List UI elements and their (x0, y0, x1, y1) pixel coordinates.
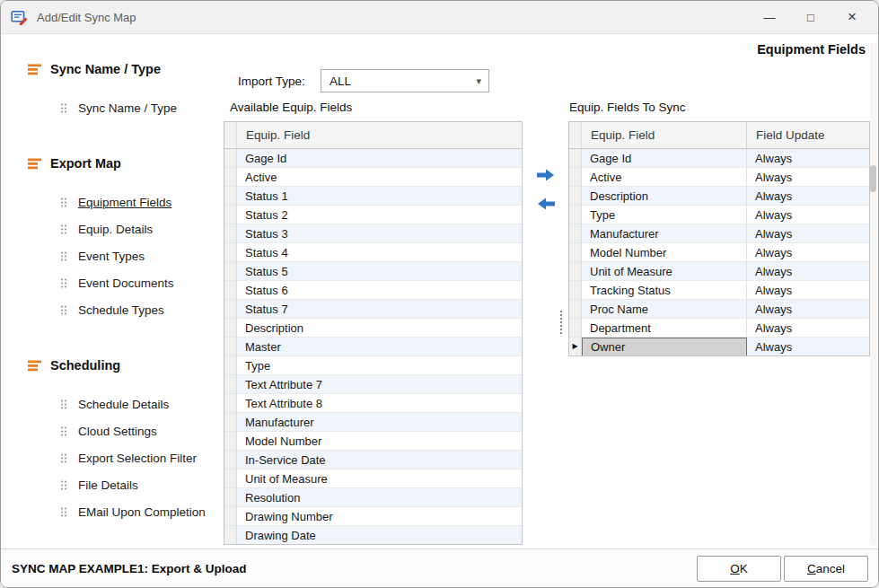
field-cell: Gage Id (237, 149, 522, 168)
field-cell: Gage Id (582, 149, 747, 168)
app-icon (11, 9, 29, 25)
field-cell: Description (237, 319, 522, 338)
row-marker-cell (224, 432, 237, 451)
row-marker-cell (224, 243, 237, 262)
ok-button[interactable]: OK (697, 556, 781, 582)
sidebar: Sync Name / Type Sync Name / Type Export… (1, 34, 224, 549)
sidebar-item[interactable]: EMail Upon Completion (60, 501, 224, 522)
sidebar-item[interactable]: Schedule Types (60, 299, 224, 320)
row-marker-cell (224, 356, 237, 375)
table-row[interactable]: Status 5 (224, 262, 522, 281)
field-cell: Owner (582, 338, 747, 356)
column-header-field-update[interactable]: Field Update (747, 122, 869, 148)
row-marker-cell: ▶ (569, 262, 582, 281)
scrollbar-track[interactable] (870, 42, 876, 546)
row-marker-cell (224, 319, 237, 338)
row-marker-cell (224, 300, 237, 319)
table-row[interactable]: Master (224, 338, 522, 356)
cancel-button[interactable]: Cancel (784, 556, 868, 582)
table-row[interactable]: ▶ Description Always (569, 187, 869, 206)
table-row[interactable]: In-Service Date (224, 451, 522, 470)
sidebar-item[interactable]: Event Types (60, 245, 224, 267)
table-row[interactable]: Status 6 (224, 281, 522, 300)
titlebar[interactable]: Add/Edit Sync Map — □ × (1, 1, 878, 34)
splitter-handle[interactable] (558, 309, 565, 336)
row-marker-cell (224, 281, 237, 300)
field-cell: Status 2 (237, 206, 522, 224)
sidebar-item-label: Export Selection Filter (78, 452, 197, 465)
section-list-icon (28, 360, 41, 372)
scrollbar-thumb[interactable] (870, 165, 876, 192)
sidebar-item[interactable]: Equip. Details (60, 218, 224, 240)
chevron-down-icon: ▾ (476, 75, 481, 87)
available-rows: Gage Id Active Status 1 Status 2 Status … (224, 149, 522, 545)
sidebar-item[interactable]: Event Documents (60, 272, 224, 294)
table-row[interactable]: Drawing Number (224, 507, 522, 526)
table-row[interactable]: Manufacturer (224, 413, 522, 432)
table-row[interactable]: Type (224, 356, 522, 375)
field-update-cell: Always (747, 319, 869, 338)
field-update-cell: Always (747, 149, 869, 168)
table-row[interactable]: ▶ Gage Id Always (569, 149, 869, 168)
table-row[interactable]: Status 7 (224, 300, 522, 319)
table-row[interactable]: Active (224, 168, 522, 187)
table-row[interactable]: Model Number (224, 432, 522, 451)
row-marker-cell (224, 149, 237, 168)
sidebar-item[interactable]: Cloud Settings (60, 420, 224, 442)
header-marker-cell (224, 122, 237, 148)
minimize-button[interactable]: — (749, 1, 790, 33)
sidebar-item-label: Equipment Fields (78, 196, 171, 209)
table-row[interactable]: Status 3 (224, 224, 522, 243)
table-row[interactable]: Status 4 (224, 243, 522, 262)
table-row[interactable]: ▶ Proc Name Always (569, 300, 869, 319)
section-label: Export Map (50, 156, 121, 171)
close-button[interactable]: × (831, 1, 873, 33)
field-cell: Status 5 (237, 262, 522, 281)
table-row[interactable]: Resolution (224, 488, 522, 507)
import-type-select[interactable]: ALL ▾ (321, 69, 489, 92)
move-right-button[interactable] (532, 165, 559, 185)
table-row[interactable]: Gage Id (224, 149, 522, 168)
sidebar-item[interactable]: Export Selection Filter (60, 447, 224, 469)
table-row[interactable]: Drawing Date (224, 526, 522, 545)
table-row[interactable]: Text Attribute 8 (224, 394, 522, 413)
row-marker-cell (224, 224, 237, 243)
maximize-button[interactable]: □ (790, 1, 831, 33)
table-row[interactable]: ▶ Active Always (569, 168, 869, 187)
table-row[interactable]: ▶ Owner Always (569, 338, 869, 356)
table-row[interactable]: ▶ Department Always (569, 319, 869, 338)
row-marker-cell (224, 470, 237, 488)
grid-header-row: Equip. Field (224, 122, 522, 149)
header-marker-cell (569, 122, 582, 148)
table-row[interactable]: Status 2 (224, 206, 522, 224)
field-cell: Drawing Number (237, 507, 522, 526)
table-row[interactable]: ▶ Unit of Measure Always (569, 262, 869, 281)
column-header-equip-field[interactable]: Equip. Field (582, 122, 747, 148)
move-left-button[interactable] (532, 194, 559, 214)
sidebar-section-scheduling: Scheduling Schedule Details Cloud Settin… (28, 355, 224, 522)
field-cell: Unit of Measure (237, 470, 522, 488)
sidebar-section-sync-name-type: Sync Name / Type Sync Name / Type (28, 58, 224, 118)
field-cell: Model Number (582, 243, 747, 262)
table-row[interactable]: ▶ Model Number Always (569, 243, 869, 262)
table-row[interactable]: ▶ Tracking Status Always (569, 281, 869, 300)
table-row[interactable]: ▶ Manufacturer Always (569, 224, 869, 243)
field-cell: Active (237, 168, 522, 187)
column-header-equip-field[interactable]: Equip. Field (237, 122, 522, 148)
add-edit-sync-map-dialog: Add/Edit Sync Map — □ × Sync Name / Type (0, 0, 879, 588)
table-row[interactable]: ▶ Type Always (569, 206, 869, 224)
field-update-cell: Always (747, 168, 869, 187)
table-row[interactable]: Status 1 (224, 187, 522, 206)
sync-map-status-text: SYNC MAP EXAMPLE1: Export & Upload (12, 562, 247, 575)
sidebar-item[interactable]: Equipment Fields (60, 191, 224, 213)
sidebar-item[interactable]: File Details (60, 474, 224, 496)
table-row[interactable]: Unit of Measure (224, 470, 522, 488)
table-row[interactable]: Text Attribute 7 (224, 375, 522, 394)
sidebar-item[interactable]: Sync Name / Type (60, 97, 224, 118)
row-marker-cell: ▶ (569, 281, 582, 300)
table-row[interactable]: Description (224, 319, 522, 338)
sidebar-item[interactable]: Schedule Details (60, 393, 224, 415)
sidebar-item-label: Event Types (78, 250, 145, 263)
window-title: Add/Edit Sync Map (37, 11, 136, 24)
section-label: Sync Name / Type (50, 62, 161, 76)
